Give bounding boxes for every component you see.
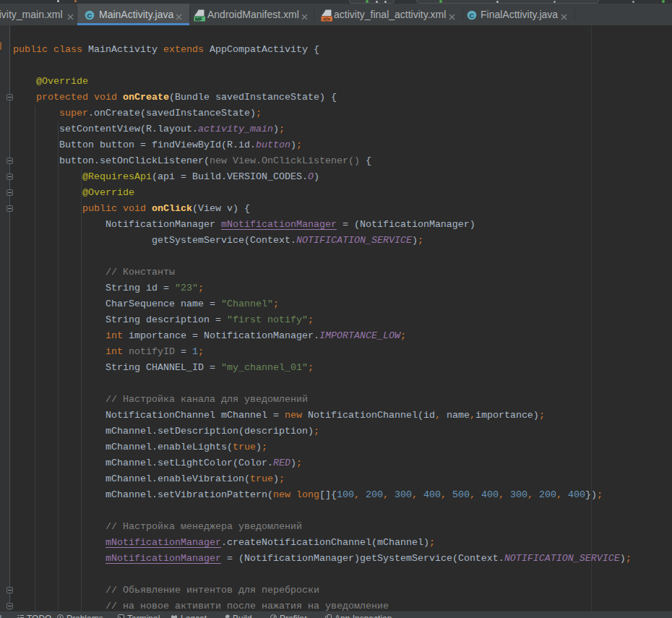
svg-text:MF: MF — [195, 17, 203, 22]
svg-text:</>: </> — [323, 17, 330, 22]
svg-text:C: C — [87, 12, 92, 20]
svg-text:C: C — [470, 12, 475, 20]
